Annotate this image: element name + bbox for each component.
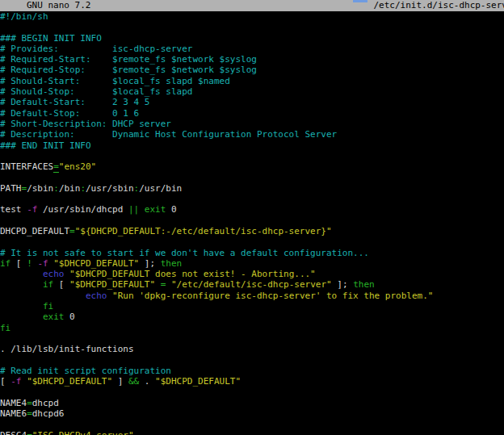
code-token: # Short-Description: DHCP server (0, 119, 171, 129)
code-token: test (0, 204, 27, 215)
code-token: # It is not safe to start if we don't ha… (0, 248, 369, 258)
code-token: "$DHCPD_DEFAULT" (69, 279, 155, 290)
editor-area[interactable]: #!/bin/sh ### BEGIN INIT INFO# Provides:… (0, 11, 504, 435)
code-line[interactable]: echo "$DHCPD_DEFAULT does not exist! - A… (0, 269, 504, 279)
code-token (0, 312, 43, 322)
code-line[interactable]: # Description: Dynamic Host Configuratio… (0, 129, 504, 140)
code-line[interactable]: fi (0, 301, 504, 312)
code-token: DESC4 (0, 430, 27, 435)
code-token: NAME4 (0, 398, 27, 408)
code-token: dhcpd6 (32, 408, 65, 419)
code-token: : (53, 183, 59, 194)
code-line[interactable]: DESC4="ISC DHCPv4 server" (0, 430, 504, 435)
code-token: "${DHCPD_DEFAULT:-/etc/default/isc-dhcp-… (75, 226, 332, 236)
code-token: "ISC DHCPv4 server" (32, 430, 134, 435)
code-token: = (27, 398, 32, 408)
code-token: ]; (332, 279, 354, 290)
code-line[interactable]: NAME6=dhcpd6 (0, 408, 504, 419)
code-token (0, 269, 43, 279)
code-token: ]; (139, 258, 161, 269)
code-line[interactable]: if [ "$DHCPD_DEFAULT" = "/etc/default/is… (0, 279, 504, 290)
code-line[interactable]: # Short-Description: DHCP server (0, 119, 504, 129)
code-line[interactable]: echo "Run 'dpkg-reconfigure isc-dhcp-ser… (0, 291, 504, 301)
code-token: = (27, 408, 32, 419)
code-token: # Description: Dynamic Host Configuratio… (0, 129, 337, 140)
code-token (166, 279, 171, 290)
code-token (0, 279, 43, 290)
code-line[interactable] (0, 387, 504, 397)
code-token: exit (43, 312, 65, 322)
code-token: # Read init script configuration (0, 366, 171, 376)
code-token: "$DHCPD_DEFAULT" (155, 376, 241, 387)
code-token: : (80, 183, 86, 194)
code-line[interactable] (0, 22, 504, 32)
code-token: ! (27, 258, 32, 269)
code-line[interactable] (0, 236, 504, 247)
code-line[interactable]: # Default-Start: 2 3 4 5 (0, 97, 504, 107)
code-line[interactable]: # Should-Start: $local_fs slapd $named (0, 76, 504, 86)
titlebar-notch (353, 0, 368, 2)
code-line[interactable]: [ -f "$DHCPD_DEFAULT" ] && . "$DHCPD_DEF… (0, 376, 504, 387)
terminal-window: GNU nano 7.2 /etc/init.d/isc-dhcp-serv #… (0, 0, 504, 435)
code-line[interactable]: ### BEGIN INIT INFO (0, 33, 504, 44)
code-line[interactable]: INTERFACES="ens20" (0, 161, 504, 172)
code-line[interactable] (0, 215, 504, 226)
code-token: 0 (166, 204, 176, 215)
code-line[interactable]: # Provides: isc-dhcp-server (0, 44, 504, 54)
file-path: /etc/init.d/isc-dhcp-serv (373, 0, 504, 10)
code-token: then (161, 258, 183, 269)
code-line[interactable] (0, 355, 504, 366)
code-token: dhcpd (32, 398, 59, 408)
code-line[interactable]: DHCPD_DEFAULT="${DHCPD_DEFAULT:-/etc/def… (0, 226, 504, 236)
code-line[interactable]: . /lib/lsb/init-functions (0, 344, 504, 354)
code-line[interactable]: # It is not safe to start if we don't ha… (0, 248, 504, 258)
code-line[interactable]: PATH=/sbin:/bin:/usr/sbin:/usr/bin (0, 183, 504, 194)
code-token: -f (27, 204, 37, 215)
code-token: -f (37, 258, 48, 269)
code-line[interactable]: # Default-Stop: 0 1 6 (0, 108, 504, 119)
code-line[interactable] (0, 151, 504, 161)
code-token: ] (112, 376, 128, 387)
code-token: /usr/sbin (86, 183, 134, 194)
code-line[interactable]: NAME4=dhcpd (0, 398, 504, 408)
code-token: exit (145, 204, 166, 215)
code-token: NAME6 (0, 408, 27, 419)
code-token: "Run 'dpkg-reconfigure isc-dhcp-server' … (112, 291, 433, 301)
code-token: # Default-Stop: 0 1 6 (0, 108, 139, 119)
code-token: -f (10, 376, 21, 387)
code-token: . (139, 376, 155, 387)
code-token: [ (10, 258, 27, 269)
code-token: "/etc/default/isc-dhcp-server" (171, 279, 332, 290)
code-line[interactable] (0, 419, 504, 429)
code-token (0, 291, 86, 301)
code-token: fi (43, 301, 53, 312)
code-line[interactable]: if [ ! -f "$DHCPD_DEFAULT" ]; then (0, 258, 504, 269)
code-token: echo (43, 269, 65, 279)
code-line[interactable]: # Should-Stop: $local_fs slapd (0, 86, 504, 97)
code-token: if (43, 279, 53, 290)
code-token: || (128, 204, 139, 215)
code-token: [ (53, 279, 69, 290)
code-line[interactable] (0, 333, 504, 344)
code-token: then (353, 279, 375, 290)
code-line[interactable]: # Required-Stop: $remote_fs $network $sy… (0, 65, 504, 75)
code-token: # Required-Start: $remote_fs $network $s… (0, 54, 257, 65)
code-line[interactable]: #!/bin/sh (0, 11, 504, 22)
code-line[interactable] (0, 172, 504, 182)
code-token: ### BEGIN INIT INFO (0, 33, 102, 44)
code-token: # Should-Start: $local_fs slapd $named (0, 76, 230, 86)
nano-titlebar: GNU nano 7.2 /etc/init.d/isc-dhcp-serv (0, 0, 504, 11)
code-line[interactable] (0, 194, 504, 204)
code-token: "$DHCPD_DEFAULT" (53, 258, 139, 269)
code-line[interactable]: ### END INIT INFO (0, 140, 504, 151)
code-line[interactable]: exit 0 (0, 312, 504, 322)
code-line[interactable]: # Required-Start: $remote_fs $network $s… (0, 54, 504, 65)
code-token: "$DHCPD_DEFAULT does not exist! - Aborti… (69, 269, 316, 279)
code-line[interactable]: # Read init script configuration (0, 366, 504, 376)
code-token: INTERFACES (0, 161, 53, 172)
code-line[interactable]: fi (0, 323, 504, 333)
code-token: # Should-Stop: $local_fs slapd (0, 86, 192, 97)
code-token: "ens20" (59, 161, 96, 172)
code-line[interactable]: test -f /usr/sbin/dhcpd || exit 0 (0, 204, 504, 215)
code-token: ### END INIT INFO (0, 140, 91, 151)
